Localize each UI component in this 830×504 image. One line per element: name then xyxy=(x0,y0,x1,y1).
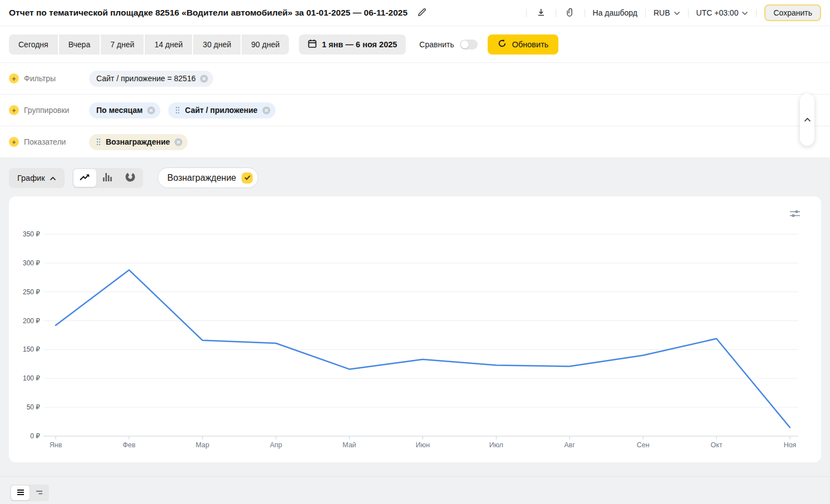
quick-range-button-5[interactable]: 90 дней xyxy=(242,34,289,55)
chip-label: Сайт / приложение = 82516 xyxy=(96,74,195,83)
add-metrics-button[interactable]: +Показатели xyxy=(9,137,89,147)
y-tick-label: 50 ₽ xyxy=(27,403,41,411)
add-groupings-button[interactable]: +Группировки xyxy=(9,105,89,115)
chart-type-bar-button[interactable] xyxy=(96,169,119,187)
y-tick-label: 100 ₽ xyxy=(23,374,40,382)
filters-chip[interactable]: Сайт / приложение = 82516 xyxy=(89,71,213,87)
chart-controls: График Вознаграждени xyxy=(0,158,830,188)
metric-selector[interactable]: Вознаграждение xyxy=(158,167,259,188)
view-mode-button[interactable]: График xyxy=(9,168,65,188)
view-mode-label: График xyxy=(17,174,45,182)
chevron-down-icon xyxy=(674,8,680,17)
groupings-chip[interactable]: По месяцам xyxy=(89,102,160,118)
chart-type-line-button[interactable] xyxy=(73,169,96,187)
dashboard-link[interactable]: На дашборд xyxy=(593,8,637,17)
line-chart[interactable]: 0 ₽50 ₽100 ₽150 ₽200 ₽250 ₽300 ₽350 ₽Янв… xyxy=(9,196,821,462)
x-tick-label: Май xyxy=(342,441,356,449)
chart-type-pie-button[interactable] xyxy=(119,169,142,187)
filter-row-metrics: +ПоказателиВознаграждение xyxy=(0,126,830,158)
save-button[interactable]: Сохранить xyxy=(764,4,821,21)
chart-line-Вознаграждение xyxy=(56,270,790,427)
x-tick-label: Апр xyxy=(270,441,282,449)
chart-settings-button[interactable] xyxy=(788,207,802,222)
quick-range-button-0[interactable]: Сегодня xyxy=(9,34,58,55)
custom-date-range-button[interactable]: 1 янв — 6 ноя 2025 xyxy=(299,34,406,55)
y-tick-label: 300 ₽ xyxy=(23,259,40,267)
drag-handle-icon[interactable] xyxy=(175,106,180,114)
pie-chart-icon xyxy=(125,172,135,184)
collapse-panel-button[interactable] xyxy=(800,93,814,146)
quick-range-button-1[interactable]: Вчера xyxy=(59,34,100,55)
list-icon xyxy=(16,488,25,498)
flat-list-view-button[interactable] xyxy=(11,486,30,500)
compare-toggle[interactable] xyxy=(460,39,478,50)
chip-close-icon[interactable] xyxy=(147,106,155,115)
chevron-up-icon xyxy=(804,115,811,125)
divider xyxy=(688,9,689,17)
quick-range-button-4[interactable]: 30 дней xyxy=(193,34,240,55)
currency-select[interactable]: RUB xyxy=(654,8,680,17)
metric-label: Вознаграждение xyxy=(168,173,237,183)
compare-label: Сравнить xyxy=(419,40,454,49)
checkmark-badge xyxy=(242,172,253,184)
chip-label: Вознаграждение xyxy=(106,137,170,146)
chip-close-icon[interactable] xyxy=(262,106,271,115)
divider xyxy=(556,9,556,17)
row-label: Показатели xyxy=(24,137,66,146)
toggle-knob xyxy=(461,41,469,48)
divider xyxy=(756,9,757,17)
x-tick-label: Июн xyxy=(416,441,430,449)
sliders-icon xyxy=(788,212,802,221)
y-tick-label: 0 ₽ xyxy=(30,432,40,440)
chip-label: Сайт / приложение xyxy=(185,106,257,115)
chart-type-segmented xyxy=(72,168,143,188)
refresh-button[interactable]: Обновить xyxy=(488,34,559,55)
page-title: Отчет по тематической площадке 82516 «Во… xyxy=(9,8,407,18)
quick-range-group: СегодняВчера7 дней14 дней30 дней90 дней xyxy=(9,34,289,55)
chips-container: Сайт / приложение = 82516 xyxy=(89,71,213,87)
chip-label: По месяцам xyxy=(96,106,143,115)
copy-link-button[interactable] xyxy=(564,6,577,21)
y-tick-label: 350 ₽ xyxy=(23,230,40,238)
download-icon xyxy=(537,8,546,18)
divider xyxy=(585,9,585,17)
add-filters-button[interactable]: +Фильтры xyxy=(9,73,89,83)
timezone-value: UTC +03:00 xyxy=(696,8,739,17)
tree-view-button[interactable] xyxy=(30,486,48,500)
x-tick-label: Фев xyxy=(122,441,135,449)
quick-range-button-3[interactable]: 14 дней xyxy=(145,34,192,55)
line-chart-icon xyxy=(79,172,90,184)
metrics-chip[interactable]: Вознаграждение xyxy=(89,134,188,150)
chips-container: По месяцамСайт / приложение xyxy=(89,102,276,118)
chevron-up-icon xyxy=(50,174,56,182)
tree-list-icon xyxy=(35,488,43,498)
x-tick-label: Мар xyxy=(196,441,210,449)
drag-handle-icon[interactable] xyxy=(96,138,101,146)
chevron-down-icon xyxy=(741,8,748,17)
report-body: График Вознаграждени xyxy=(0,158,830,504)
download-button[interactable] xyxy=(534,6,548,21)
table-view-segmented xyxy=(10,485,49,501)
plus-icon: + xyxy=(9,73,19,83)
row-label: Фильтры xyxy=(24,74,56,83)
currency-value: RUB xyxy=(654,8,670,17)
timezone-select[interactable]: UTC +03:00 xyxy=(696,8,749,17)
chip-close-icon[interactable] xyxy=(200,75,208,83)
edit-title-button[interactable] xyxy=(415,5,429,21)
x-tick-label: Авг xyxy=(564,441,576,449)
x-tick-label: Ноя xyxy=(784,441,797,449)
chip-close-icon[interactable] xyxy=(174,138,183,146)
groupings-chip[interactable]: Сайт / приложение xyxy=(168,102,275,118)
top-header: Отчет по тематической площадке 82516 «Во… xyxy=(0,0,830,26)
divider xyxy=(526,9,527,17)
filters-panel: +ФильтрыСайт / приложение = 82516+Группи… xyxy=(0,63,830,158)
filter-row-groupings: +ГруппировкиПо месяцамСайт / приложение xyxy=(0,95,830,126)
refresh-label: Обновить xyxy=(512,40,549,49)
divider xyxy=(645,9,646,17)
x-tick-label: Сен xyxy=(637,441,650,449)
date-range-value: 1 янв — 6 ноя 2025 xyxy=(322,40,397,49)
y-tick-label: 200 ₽ xyxy=(23,317,40,325)
x-tick-label: Окт xyxy=(711,441,723,449)
pencil-icon xyxy=(418,7,427,18)
quick-range-button-2[interactable]: 7 дней xyxy=(101,34,144,55)
